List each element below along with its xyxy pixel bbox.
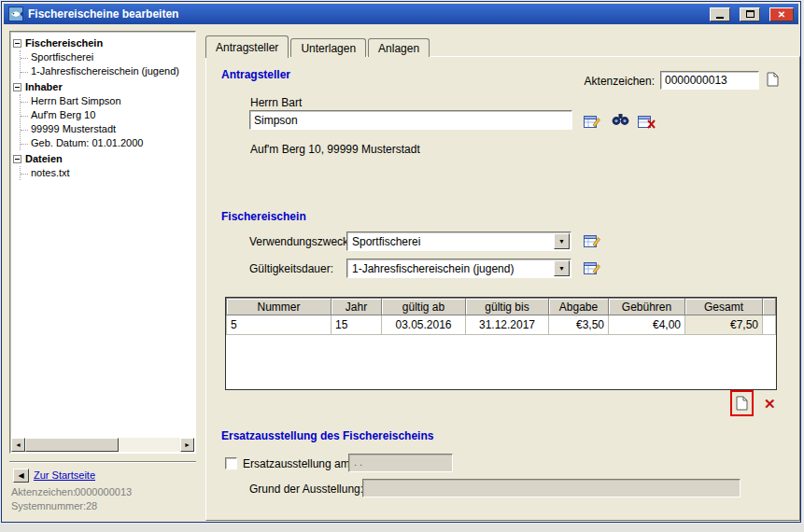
tree-node-fischereischein[interactable]: Fischereischein xyxy=(13,35,192,50)
search-person-icon[interactable] xyxy=(612,112,629,126)
app-window: Fischereischeine bearbeiten ✕ Fischereis… xyxy=(1,1,801,523)
titlebar: Fischereischeine bearbeiten ✕ xyxy=(4,4,798,24)
close-button[interactable]: ✕ xyxy=(769,7,794,21)
col-gueltig-bis[interactable]: gültig bis xyxy=(466,299,549,315)
duration-value: 1-Jahresfischereischein (jugend) xyxy=(347,262,554,275)
section-heading-ersatzausstellung: Ersatzausstellung des Fischereischeins xyxy=(221,429,433,442)
reason-label: Grund der Ausstellung: xyxy=(249,483,363,496)
tree-node[interactable]: notes.txt xyxy=(21,166,192,180)
sidebar-aktenzeichen-value: 0000000013 xyxy=(75,486,132,497)
tree-node-inhaber[interactable]: Inhaber xyxy=(13,79,192,94)
col-jahr[interactable]: Jahr xyxy=(331,299,382,315)
name-prefix-label: Herrn Bart xyxy=(250,96,302,109)
tree-node-label: Fischereischein xyxy=(25,37,103,49)
tree-children: Herrn Bart Simpson Auf'm Berg 10 99999 M… xyxy=(20,94,192,150)
col-gesamt[interactable]: Gesamt xyxy=(685,299,763,315)
tree-node-label: Dateien xyxy=(25,153,63,164)
dropdown-button[interactable]: ▼ xyxy=(554,233,570,249)
cell-gueltig-bis[interactable]: 31.12.2017 xyxy=(466,315,549,335)
reason-field xyxy=(362,479,741,497)
replacement-checkbox-label: Ersatzausstellung am: xyxy=(243,457,353,470)
replacement-checkbox[interactable] xyxy=(225,457,237,469)
collapse-icon[interactable] xyxy=(13,39,21,48)
tab-antragsteller[interactable]: Antragsteller xyxy=(205,35,289,58)
close-icon: ✕ xyxy=(778,9,785,20)
collapse-icon[interactable] xyxy=(13,83,21,91)
delete-row-icon[interactable]: ✕ xyxy=(764,397,776,411)
edit-person-icon[interactable] xyxy=(584,114,601,129)
chevron-down-icon: ▼ xyxy=(558,265,565,272)
cell-gueltig-ab[interactable]: 03.05.2016 xyxy=(382,315,466,335)
file-number-input[interactable] xyxy=(660,71,759,90)
purpose-combobox[interactable]: Sportfischerei ▼ xyxy=(346,231,571,251)
chevron-down-icon: ▼ xyxy=(558,238,565,245)
tree-node[interactable]: 99999 Musterstadt xyxy=(21,122,192,136)
col-abgabe[interactable]: Abgabe xyxy=(549,299,609,315)
sidebar-systemnummer-value: 28 xyxy=(86,500,97,511)
cell-gesamt: €7,50 xyxy=(685,315,763,335)
record-tree[interactable]: Fischereischein Sportfischerei 1-Jahresf… xyxy=(9,31,196,454)
tab-strip: Antragsteller Unterlagen Anlagen xyxy=(205,35,431,57)
duration-combobox[interactable]: 1-Jahresfischereischein (jugend) ▼ xyxy=(346,259,571,278)
surname-input[interactable] xyxy=(249,110,572,130)
cell-abgabe[interactable]: €3,50 xyxy=(549,315,609,335)
tree-children: Sportfischerei 1-Jahresfischereischein (… xyxy=(20,50,192,78)
dropdown-button[interactable]: ▼ xyxy=(554,260,570,276)
home-link[interactable]: Zur Startseite xyxy=(34,469,95,481)
license-table[interactable]: Nummer Jahr gültig ab gültig bis Abgabe … xyxy=(225,297,777,390)
tab-label: Anlagen xyxy=(378,42,419,55)
tab-unterlagen[interactable]: Unterlagen xyxy=(290,38,366,57)
back-button[interactable]: ◀ xyxy=(13,469,29,483)
table-row[interactable]: 5 15 03.05.2016 31.12.2017 €3,50 €4,00 €… xyxy=(227,315,776,335)
minimize-button[interactable] xyxy=(710,7,730,21)
collapse-icon[interactable] xyxy=(13,155,21,163)
window-title: Fischereischeine bearbeiten xyxy=(28,7,710,21)
new-record-icon[interactable] xyxy=(767,72,779,87)
app-icon xyxy=(8,7,23,21)
scrollbar-thumb[interactable] xyxy=(25,438,119,452)
sidebar-systemnummer-label: Systemnummer: xyxy=(11,500,86,511)
tab-anlagen[interactable]: Anlagen xyxy=(368,38,430,57)
purpose-value: Sportfischerei xyxy=(347,235,554,248)
edit-purpose-icon[interactable] xyxy=(584,233,601,248)
tree-node[interactable]: 1-Jahresfischereischein (jugend) xyxy=(21,64,192,78)
tab-label: Antragsteller xyxy=(216,41,278,54)
duration-label: Gültigkeitsdauer: xyxy=(249,262,333,275)
table-header-filler xyxy=(763,299,776,315)
add-row-icon[interactable] xyxy=(736,396,748,411)
edit-duration-icon[interactable] xyxy=(584,260,601,275)
scroll-left-button[interactable]: ◄ xyxy=(11,438,25,452)
maximize-icon xyxy=(746,10,755,18)
col-nummer[interactable]: Nummer xyxy=(227,299,331,315)
cell-jahr[interactable]: 15 xyxy=(331,315,382,335)
col-gebuehren[interactable]: Gebühren xyxy=(609,299,685,315)
window-controls: ✕ xyxy=(710,7,794,21)
tab-page-antragsteller: Antragsteller Aktenzeichen: Herrn Bart xyxy=(205,56,800,521)
table-header-row: Nummer Jahr gültig ab gültig bis Abgabe … xyxy=(227,299,776,315)
scroll-right-button[interactable]: ► xyxy=(180,438,194,452)
tree-node[interactable]: Geb. Datum: 01.01.2000 xyxy=(21,136,192,150)
remove-person-icon[interactable] xyxy=(638,114,656,129)
cell-gebuehren[interactable]: €4,00 xyxy=(609,315,685,335)
tree-node[interactable]: Sportfischerei xyxy=(21,50,192,64)
sidebar-divider xyxy=(9,461,196,463)
screen: Fischereischeine bearbeiten ✕ Fischereis… xyxy=(0,0,804,532)
tree-children: notes.txt xyxy=(20,166,192,180)
sidebar-aktenzeichen-label: Aktenzeichen: xyxy=(11,486,76,497)
desktop-fragment xyxy=(0,524,804,532)
section-heading-antragsteller: Antragsteller xyxy=(221,68,290,81)
tree-node-dateien[interactable]: Dateien xyxy=(13,151,192,166)
tree-node[interactable]: Herrn Bart Simpson xyxy=(21,94,192,108)
tree-node[interactable]: Auf'm Berg 10 xyxy=(21,108,192,122)
col-gueltig-ab[interactable]: gültig ab xyxy=(382,299,466,315)
address-line: Auf'm Berg 10, 99999 Musterstadt xyxy=(250,143,420,156)
maximize-button[interactable] xyxy=(740,7,760,21)
section-heading-fischereischein: Fischereischein xyxy=(221,210,306,223)
purpose-label: Verwendungszweck: xyxy=(249,235,351,248)
cell-nummer[interactable]: 5 xyxy=(227,315,331,335)
cell-filler xyxy=(763,315,776,335)
scrollbar-track[interactable] xyxy=(119,438,180,452)
file-number-label: Aktenzeichen: xyxy=(578,75,655,88)
minimize-icon xyxy=(716,17,724,19)
tree-horizontal-scrollbar[interactable]: ◄ ► xyxy=(11,438,194,452)
